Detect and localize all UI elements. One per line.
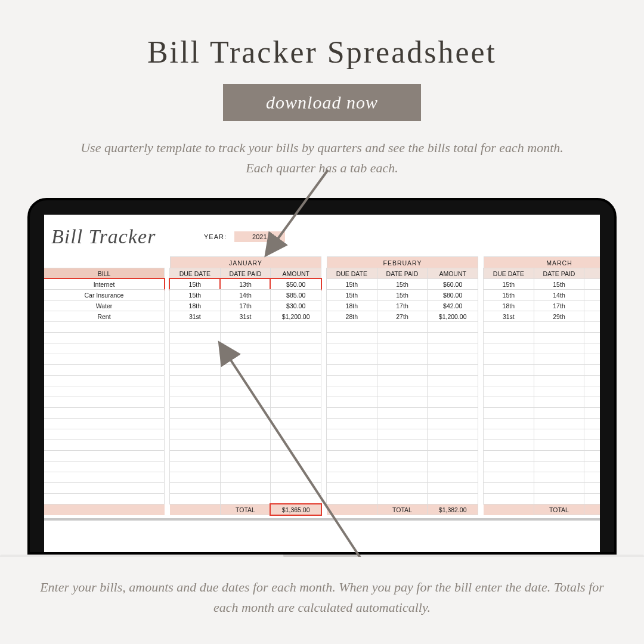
empty-cell[interactable]: . [483,429,534,440]
empty-cell[interactable]: . [44,375,165,386]
empty-cell[interactable]: . [326,429,377,440]
empty-cell[interactable]: . [483,439,534,451]
empty-cell[interactable]: . [377,482,428,494]
empty-cell[interactable]: . [584,354,600,365]
date-paid-cell[interactable]: 27th [377,311,428,322]
date-paid-cell[interactable]: 13th [220,278,271,290]
empty-cell[interactable]: . [427,364,478,376]
year-value[interactable]: 2021 [234,231,284,242]
due-date-cell[interactable]: 15th [326,289,377,301]
empty-cell[interactable]: . [534,407,585,419]
download-button[interactable]: download now [223,84,421,121]
empty-cell[interactable]: . [427,407,478,419]
empty-cell[interactable]: . [270,450,321,462]
empty-cell[interactable]: . [534,418,585,429]
empty-cell[interactable]: . [169,472,221,483]
empty-cell[interactable]: . [326,461,377,472]
amount-cell[interactable]: $1,200 [584,311,600,322]
empty-cell[interactable]: . [326,450,377,462]
empty-cell[interactable]: . [534,375,585,386]
empty-cell[interactable]: . [483,364,534,376]
due-date-cell[interactable]: 31st [483,311,534,322]
empty-cell[interactable]: . [220,429,271,440]
amount-cell[interactable]: $60. [584,278,600,290]
empty-cell[interactable]: . [584,418,600,429]
amount-cell[interactable]: $1,200.00 [427,311,478,322]
empty-cell[interactable]: . [326,375,377,386]
empty-cell[interactable]: . [483,343,534,354]
empty-cell[interactable]: . [169,461,221,472]
empty-cell[interactable]: . [44,407,165,419]
empty-cell[interactable]: . [270,407,321,419]
empty-cell[interactable]: . [377,397,428,408]
empty-cell[interactable]: . [169,364,221,376]
due-date-cell[interactable]: 28th [326,311,377,322]
empty-cell[interactable]: . [326,364,377,376]
empty-cell[interactable]: . [483,397,534,408]
due-date-cell[interactable]: 18th [326,300,377,311]
empty-cell[interactable]: . [220,343,271,354]
empty-cell[interactable]: . [584,375,600,386]
empty-cell[interactable]: . [220,375,271,386]
empty-cell[interactable]: . [44,386,165,397]
empty-cell[interactable]: . [270,364,321,376]
empty-cell[interactable]: . [220,472,271,483]
empty-cell[interactable]: . [220,332,271,343]
due-date-cell[interactable]: 18th [169,300,221,311]
empty-cell[interactable]: . [270,343,321,354]
empty-cell[interactable]: . [220,461,271,472]
date-paid-cell[interactable]: 29th [534,311,585,322]
empty-cell[interactable]: . [584,482,600,494]
due-date-cell[interactable]: 15th [483,278,534,290]
empty-cell[interactable]: . [270,332,321,343]
empty-cell[interactable]: . [169,343,221,354]
empty-cell[interactable]: . [270,397,321,408]
empty-cell[interactable]: . [326,354,377,365]
empty-cell[interactable]: . [483,354,534,365]
empty-cell[interactable]: . [483,321,534,333]
empty-cell[interactable]: . [169,397,221,408]
empty-cell[interactable]: . [483,461,534,472]
empty-cell[interactable]: . [220,493,271,504]
empty-cell[interactable]: . [326,397,377,408]
empty-cell[interactable]: . [427,461,478,472]
empty-cell[interactable]: . [270,386,321,397]
empty-cell[interactable]: . [483,386,534,397]
empty-cell[interactable]: . [377,461,428,472]
date-paid-cell[interactable]: 15th [377,278,428,290]
empty-cell[interactable]: . [270,439,321,451]
amount-cell[interactable]: $30.00 [270,300,321,311]
empty-cell[interactable]: . [220,354,271,365]
empty-cell[interactable]: . [584,439,600,451]
empty-cell[interactable]: . [427,321,478,333]
due-date-cell[interactable]: 31st [169,311,221,322]
empty-cell[interactable]: . [427,343,478,354]
due-date-cell[interactable]: 18th [483,300,534,311]
empty-cell[interactable]: . [427,332,478,343]
due-date-cell[interactable]: 15th [483,289,534,301]
empty-cell[interactable]: . [483,472,534,483]
empty-cell[interactable]: . [534,343,585,354]
empty-cell[interactable]: . [427,386,478,397]
empty-cell[interactable]: . [534,332,585,343]
empty-cell[interactable]: . [44,461,165,472]
empty-cell[interactable]: . [427,375,478,386]
amount-cell[interactable]: $50.00 [270,278,321,290]
empty-cell[interactable]: . [326,407,377,419]
empty-cell[interactable]: . [584,321,600,333]
date-paid-cell[interactable]: 17th [220,300,271,311]
empty-cell[interactable]: . [220,364,271,376]
empty-cell[interactable]: . [534,482,585,494]
empty-cell[interactable]: . [584,343,600,354]
empty-cell[interactable]: . [220,418,271,429]
empty-cell[interactable]: . [270,461,321,472]
empty-cell[interactable]: . [44,397,165,408]
date-paid-cell[interactable]: 31st [220,311,271,322]
empty-cell[interactable]: . [220,397,271,408]
empty-cell[interactable]: . [169,418,221,429]
bill-name-cell[interactable]: Internet [44,278,165,290]
empty-cell[interactable]: . [377,418,428,429]
empty-cell[interactable]: . [584,450,600,462]
empty-cell[interactable]: . [534,439,585,451]
empty-cell[interactable]: . [377,472,428,483]
